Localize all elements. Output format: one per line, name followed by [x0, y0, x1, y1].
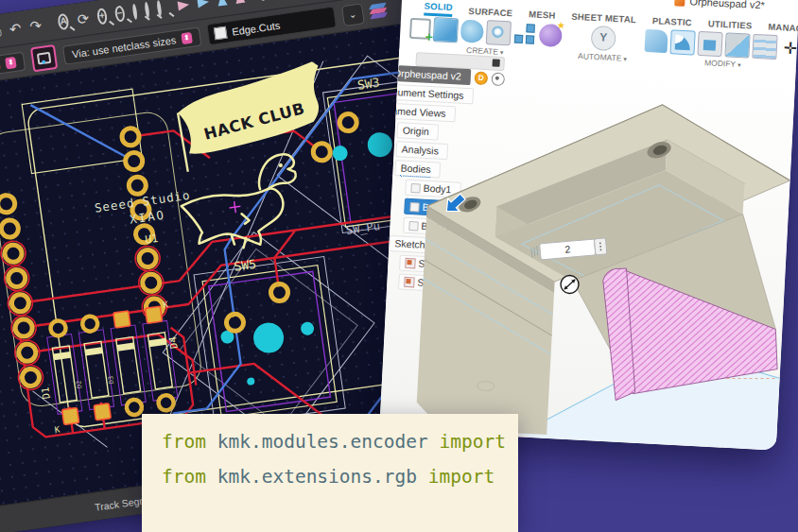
zoom-fit-icon[interactable]: A [57, 13, 69, 30]
layer-selector-label: Edge.Cuts [231, 19, 281, 37]
flip-horizontal-icon[interactable] [217, 0, 228, 6]
automate-icon[interactable] [590, 26, 616, 51]
via-icon [37, 51, 52, 64]
toolbar-separator [48, 14, 51, 33]
redo-icon[interactable]: ↷ [28, 18, 43, 34]
ribbon-divider [635, 26, 637, 59]
track-width-label: th [0, 59, 1, 71]
layer-color-swatch [214, 26, 228, 41]
combine-icon[interactable] [724, 32, 750, 58]
xiao-refdes: U1 [144, 232, 159, 247]
diode-refdes-d4: D4 [166, 336, 180, 350]
refresh-icon[interactable]: ⟳ [77, 11, 91, 27]
rotate-cw-icon[interactable] [197, 0, 209, 8]
collage-stage: ⎙ ↶ ↷ A ⟳ + − ai03 : 0.7937 mm (31.25 m [0, 0, 798, 532]
code-line-2: from kmk.extensions.rgb import [162, 459, 518, 494]
pattern-icon[interactable] [513, 23, 537, 46]
fusion360-window: Orpheuspad v2* SOLID SURFACE MESH SHEET … [379, 0, 798, 451]
zoom-out-icon[interactable]: − [114, 6, 126, 23]
extrude-icon[interactable] [433, 17, 459, 43]
press-pull-icon[interactable] [644, 29, 668, 53]
fusion-document-tab[interactable]: Orpheuspad v2* [674, 0, 765, 10]
grid-settings-icon[interactable] [260, 0, 264, 1]
code-editor-snippet[interactable]: from kmk.modules.encoder import from kmk… [142, 414, 518, 532]
diode-refdes-d3: D3 [107, 375, 115, 384]
via-tool-button[interactable] [30, 44, 58, 72]
stepper-icon[interactable]: ⬍ [181, 31, 192, 43]
diode-refdes-d1: D1 [39, 386, 52, 400]
pad-number-1: 1 [275, 281, 280, 289]
offset-face-icon[interactable] [752, 34, 777, 60]
create-sketch-icon[interactable] [409, 18, 431, 40]
model-viewport[interactable]: 2 [379, 48, 796, 450]
tab-solid[interactable]: SOLID [424, 1, 453, 18]
revolve-icon[interactable] [460, 20, 484, 43]
layer-dropdown-button[interactable]: ⌄ [341, 3, 365, 26]
code-line-1: from kmk.modules.encoder import [162, 424, 518, 459]
pad-number-2: 2 [230, 311, 234, 319]
document-icon [674, 0, 685, 6]
diode-refdes-d2: D2 [75, 380, 83, 388]
ribbon-divider [569, 24, 571, 56]
move-copy-icon[interactable] [779, 36, 798, 60]
flip-vertical-icon[interactable] [234, 0, 245, 3]
flip-direction-icon[interactable] [561, 275, 580, 294]
zoom-selection-icon[interactable] [131, 4, 137, 20]
shell-icon[interactable] [697, 31, 722, 57]
layers-manager-icon[interactable] [370, 2, 389, 19]
create-form-icon[interactable] [539, 24, 563, 47]
stepper-icon[interactable]: ⬍ [5, 56, 16, 68]
code-line-3 [162, 494, 518, 529]
hole-icon[interactable] [486, 20, 512, 45]
document-title: Orpheuspad v2* [689, 0, 765, 10]
zoom-in-icon[interactable]: + [96, 8, 108, 25]
rotate-ccw-icon[interactable] [177, 0, 189, 10]
toolbar-separator [252, 0, 254, 5]
print-icon[interactable]: ⎙ [0, 24, 2, 40]
fillet-icon[interactable] [669, 29, 695, 55]
via-size-label: Via: use netclass sizes [71, 34, 177, 60]
undo-icon[interactable]: ↶ [9, 21, 23, 37]
track-width-selector[interactable]: th ⬍ [0, 51, 26, 76]
dimension-value: 2 [564, 243, 571, 254]
